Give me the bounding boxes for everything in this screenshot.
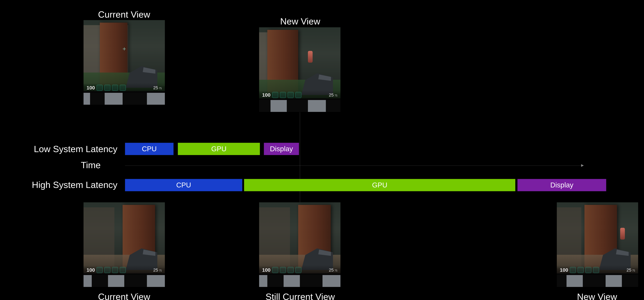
label-still-current-view: Still Current View bbox=[266, 292, 335, 300]
hud-ammo: 25 75 bbox=[329, 268, 338, 273]
thumb-top-new: 100 25 75 bbox=[259, 27, 340, 112]
time-axis-arrow-icon bbox=[581, 164, 584, 167]
tear-strip bbox=[259, 275, 340, 287]
label-low-latency: Low System Latency bbox=[10, 144, 118, 154]
game-hud: 100 25 75 bbox=[557, 265, 638, 275]
label-new-view-top: New View bbox=[280, 16, 320, 26]
ability-icon bbox=[288, 92, 294, 98]
ability-icon bbox=[120, 85, 126, 91]
label-new-view-bot: New View bbox=[577, 292, 617, 300]
ability-icon bbox=[104, 85, 110, 91]
label-time: Time bbox=[10, 160, 100, 170]
thumb-bot-new: 100 25 75 bbox=[557, 202, 638, 287]
game-hud: 100 25 75 bbox=[84, 83, 165, 93]
bar-low-display: Display bbox=[264, 143, 299, 155]
hud-ammo: 25 75 bbox=[626, 268, 635, 273]
crosshair-icon bbox=[123, 47, 126, 50]
thumb-top-current: 100 25 75 bbox=[84, 20, 165, 105]
ability-icon bbox=[272, 267, 278, 273]
ability-icon bbox=[96, 267, 103, 273]
hud-hp: 100 bbox=[86, 267, 95, 273]
hud-ammo: 25 75 bbox=[153, 268, 162, 273]
ability-icon bbox=[288, 267, 294, 273]
ability-icon bbox=[593, 267, 599, 273]
bar-high-display: Display bbox=[518, 179, 606, 191]
guide-line bbox=[300, 112, 300, 206]
game-hud: 100 25 75 bbox=[84, 265, 165, 275]
hud-ammo: 25 75 bbox=[329, 92, 338, 98]
ability-icon bbox=[295, 92, 301, 98]
label-current-view-bot: Current View bbox=[98, 292, 150, 300]
bar-high-gpu: GPU bbox=[244, 179, 515, 191]
tear-strip bbox=[84, 93, 165, 105]
tear-strip bbox=[259, 100, 340, 112]
enemy-icon bbox=[620, 228, 625, 240]
ability-icon bbox=[570, 267, 576, 273]
ability-icon bbox=[585, 267, 591, 273]
ability-icon bbox=[578, 267, 584, 273]
ability-icon bbox=[120, 267, 126, 273]
tear-strip bbox=[557, 275, 638, 287]
hud-hp: 100 bbox=[262, 92, 270, 98]
ability-icon bbox=[112, 267, 118, 273]
ability-icon bbox=[104, 267, 110, 273]
ability-icon bbox=[280, 92, 286, 98]
ability-icon bbox=[295, 267, 301, 273]
game-hud: 100 25 75 bbox=[259, 90, 340, 100]
game-hud: 100 25 75 bbox=[259, 265, 340, 275]
label-current-view-top: Current View bbox=[98, 9, 150, 19]
ability-icon bbox=[112, 85, 118, 91]
tear-strip bbox=[84, 275, 165, 287]
ability-icon bbox=[96, 85, 103, 91]
hud-ammo: 25 75 bbox=[153, 85, 162, 90]
ability-icon bbox=[272, 92, 278, 98]
enemy-icon bbox=[308, 51, 312, 63]
label-high-latency: High System Latency bbox=[7, 180, 118, 190]
diagram-stage: Current View 100 25 75 New Vie bbox=[0, 0, 644, 300]
hud-hp: 100 bbox=[262, 267, 270, 273]
bar-low-gpu: GPU bbox=[178, 143, 260, 155]
bar-low-cpu: CPU bbox=[125, 143, 174, 155]
ability-icon bbox=[280, 267, 286, 273]
hud-hp: 100 bbox=[560, 267, 568, 273]
thumb-bot-still: 100 25 75 bbox=[259, 202, 340, 287]
thumb-bot-current: 100 25 75 bbox=[84, 202, 165, 287]
hud-hp: 100 bbox=[86, 85, 95, 91]
bar-high-cpu: CPU bbox=[125, 179, 242, 191]
